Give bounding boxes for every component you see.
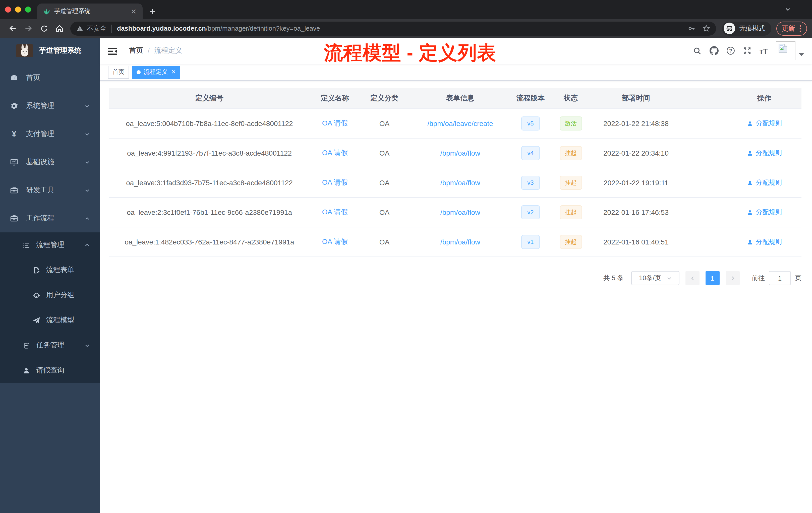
definition-name-link[interactable]: OA 请假 xyxy=(322,149,348,157)
svg-text:?: ? xyxy=(729,48,732,54)
cell-category: OA xyxy=(360,119,409,127)
sidebar-item-home[interactable]: 首页 xyxy=(0,64,100,92)
form-link[interactable]: /bpm/oa/leave/create xyxy=(427,119,493,127)
sidebar-item-infrastructure[interactable]: 基础设施 xyxy=(0,148,100,176)
definition-name-link[interactable]: OA 请假 xyxy=(322,119,348,127)
monitor-icon xyxy=(10,158,18,166)
assign-rule-button[interactable]: 分配规则 xyxy=(747,208,782,217)
col-header-version: 流程版本 xyxy=(512,94,549,103)
cell-definition-id: oa_leave:2:3c1f0ef1-76b1-11ec-9c66-a2380… xyxy=(109,208,310,216)
version-badge: v4 xyxy=(521,146,540,160)
window-maximize-button[interactable] xyxy=(25,6,31,12)
breadcrumb-home[interactable]: 首页 xyxy=(129,46,143,55)
table-row: oa_leave:1:482ec033-762a-11ec-8477-a2380… xyxy=(109,228,802,257)
tab-search-chevron-icon[interactable] xyxy=(785,6,791,12)
bookmark-star-icon[interactable] xyxy=(702,25,710,32)
security-label[interactable]: 不安全 xyxy=(87,24,107,33)
sidebar-logo[interactable]: 芋道管理系统 xyxy=(0,38,100,64)
status-badge: 挂起 xyxy=(560,205,582,219)
chevron-down-icon xyxy=(84,187,90,193)
sidebar-item-process-model[interactable]: 流程模型 xyxy=(0,308,100,333)
browser-tab[interactable]: 芋道管理系统 ✕ xyxy=(37,3,143,19)
goto-page-input[interactable] xyxy=(769,271,791,285)
next-page-button[interactable] xyxy=(726,271,740,285)
toolbox-icon xyxy=(10,214,18,222)
chevron-right-icon xyxy=(730,275,735,281)
definition-name-link[interactable]: OA 请假 xyxy=(322,178,348,186)
goto-label: 前往 xyxy=(752,274,765,282)
form-link[interactable]: /bpm/oa/flow xyxy=(440,179,480,187)
github-icon[interactable] xyxy=(705,38,722,64)
help-icon[interactable]: ? xyxy=(722,38,739,64)
form-link[interactable]: /bpm/oa/flow xyxy=(440,238,480,246)
cell-deploy-time: 2022-01-16 17:46:53 xyxy=(592,208,680,216)
cell-category: OA xyxy=(360,238,409,246)
assign-rule-button[interactable]: 分配规则 xyxy=(747,119,782,128)
window-close-button[interactable] xyxy=(5,6,11,12)
sidebar-item-dev-tools[interactable]: 研发工具 xyxy=(0,176,100,204)
app-frame: 芋道管理系统 首页 系统管理 ¥ 支付管理 xyxy=(0,38,812,513)
form-link[interactable]: /bpm/oa/flow xyxy=(440,149,480,157)
tab-close-icon[interactable]: ✕ xyxy=(129,7,139,15)
browser-update-button[interactable]: 更新 xyxy=(776,21,807,35)
logo-avatar xyxy=(16,44,33,57)
reload-button[interactable] xyxy=(36,21,52,36)
sidebar-fold-icon[interactable] xyxy=(108,47,117,55)
page-title-annotation: 流程模型 - 定义列表 xyxy=(324,40,496,66)
list-icon xyxy=(22,241,30,249)
current-page-button[interactable]: 1 xyxy=(705,271,720,285)
user-icon xyxy=(22,366,30,374)
sidebar-item-workflow[interactable]: 工作流程 xyxy=(0,204,100,233)
sidebar-item-system[interactable]: 系统管理 xyxy=(0,92,100,120)
sidebar-item-payment[interactable]: ¥ 支付管理 xyxy=(0,120,100,148)
assign-rule-button[interactable]: 分配规则 xyxy=(747,149,782,158)
paper-plane-icon xyxy=(32,316,40,324)
col-header-actions: 操作 xyxy=(727,88,802,109)
url-divider xyxy=(112,24,112,32)
form-link[interactable]: /bpm/oa/flow xyxy=(440,208,480,216)
assign-rule-button[interactable]: 分配规则 xyxy=(747,237,782,246)
tag-home[interactable]: 首页 xyxy=(108,65,129,79)
window-minimize-button[interactable] xyxy=(15,6,21,12)
definition-name-link[interactable]: OA 请假 xyxy=(322,237,348,245)
incognito-icon xyxy=(724,23,735,34)
home-button[interactable] xyxy=(52,21,67,36)
url-path: /bpm/manager/definition?key=oa_leave xyxy=(206,25,320,32)
table-row: oa_leave:5:004b710b-7b8a-11ec-8ef0-acde4… xyxy=(109,109,802,139)
sidebar-item-process-form[interactable]: 流程表单 xyxy=(0,258,100,282)
search-icon[interactable] xyxy=(689,38,705,64)
page-size-select[interactable]: 10条/页 xyxy=(631,271,679,285)
assign-rule-button[interactable]: 分配规则 xyxy=(747,178,782,187)
sidebar-item-task-management[interactable]: 任务管理 xyxy=(0,333,100,358)
tag-process-definition[interactable]: 流程定义 ✕ xyxy=(132,65,180,79)
forward-button[interactable] xyxy=(21,21,36,36)
new-tab-button[interactable]: + xyxy=(150,6,155,16)
kebab-menu-icon[interactable] xyxy=(800,24,802,32)
chevron-up-icon xyxy=(84,216,90,221)
version-badge: v3 xyxy=(521,176,540,190)
chevron-up-icon xyxy=(84,242,90,248)
fullscreen-icon[interactable] xyxy=(739,38,755,64)
tag-close-icon[interactable]: ✕ xyxy=(171,69,176,75)
cell-category: OA xyxy=(360,149,409,157)
chevron-down-icon xyxy=(84,103,90,109)
status-badge: 激活 xyxy=(560,117,582,130)
sidebar-item-user-group[interactable]: 用户分组 xyxy=(0,282,100,308)
status-badge: 挂起 xyxy=(560,235,582,249)
font-size-icon[interactable]: тT xyxy=(755,38,772,64)
version-badge: v1 xyxy=(521,235,540,249)
sidebar: 芋道管理系统 首页 系统管理 ¥ 支付管理 xyxy=(0,38,100,513)
security-warning-icon[interactable] xyxy=(76,25,83,32)
robot-face-icon xyxy=(32,291,40,299)
cell-deploy-time: 2022-01-22 20:34:10 xyxy=(592,149,680,157)
url-bar[interactable]: 不安全 dashboard.yudao.iocoder.cn/bpm/manag… xyxy=(70,21,716,35)
sidebar-item-process-management[interactable]: 流程管理 xyxy=(0,233,100,258)
avatar-dropdown-caret-icon[interactable] xyxy=(799,53,804,56)
gear-icon xyxy=(10,102,18,110)
avatar[interactable] xyxy=(776,41,795,60)
prev-page-button[interactable] xyxy=(686,271,699,285)
sidebar-item-leave-query[interactable]: 请假查询 xyxy=(0,358,100,383)
definition-name-link[interactable]: OA 请假 xyxy=(322,208,348,216)
password-key-icon[interactable] xyxy=(688,25,696,32)
back-button[interactable] xyxy=(5,21,21,36)
